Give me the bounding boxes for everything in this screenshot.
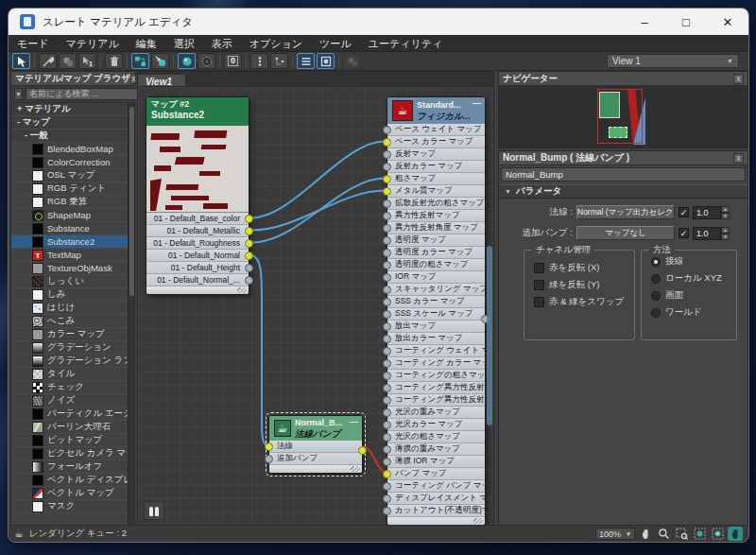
- parameter-editor-toggle-icon[interactable]: [297, 53, 315, 69]
- node-collapse-icon[interactable]: —: [472, 99, 481, 108]
- node-canvas[interactable]: マップ #2 Substance2: [137, 86, 494, 527]
- browser-group-row[interactable]: - 一般: [11, 130, 128, 143]
- node-slot[interactable]: 法線: [269, 441, 362, 453]
- node-slot[interactable]: コーティングの粗さマップ: [387, 370, 485, 382]
- zoom-extents-selected-icon[interactable]: [710, 527, 725, 541]
- socket[interactable]: [383, 163, 391, 171]
- zoom-region-icon[interactable]: [674, 527, 689, 541]
- sample-spheres-icon[interactable]: [59, 53, 77, 69]
- node-slot[interactable]: 01 - Default_Normal_...: [146, 274, 249, 286]
- checkbox-unchecked[interactable]: [534, 263, 544, 273]
- browser-item-row[interactable]: フォールオフ: [11, 460, 128, 474]
- socket-connected[interactable]: [383, 187, 391, 196]
- socket[interactable]: [383, 322, 391, 331]
- node-slot[interactable]: 薄膜 IOR マップ: [387, 456, 485, 468]
- node-collapse-icon[interactable]: —: [350, 418, 358, 426]
- browser-item-row[interactable]: ベクトル マップ: [11, 487, 128, 500]
- layout-children-icon[interactable]: [270, 53, 288, 69]
- zoom-extents-icon[interactable]: [692, 527, 707, 541]
- additional-bump-map-button[interactable]: マップなし: [576, 226, 675, 240]
- socket[interactable]: [383, 433, 391, 442]
- socket-connected[interactable]: [383, 470, 391, 478]
- socket[interactable]: [383, 396, 391, 405]
- additional-bump-amount-spinner[interactable]: 1.0 ▲▼: [693, 227, 730, 240]
- browser-item-row[interactable]: OSL マップ: [11, 169, 128, 182]
- node-slot[interactable]: 01 - Default_Roughness: [146, 237, 249, 250]
- close-button[interactable]: ✕: [707, 9, 748, 35]
- browser-item-row[interactable]: パーティクル エージ: [11, 408, 128, 421]
- menu-item-1[interactable]: マテリアル: [58, 35, 128, 52]
- checkbox-unchecked[interactable]: [534, 280, 544, 290]
- node-physical-material[interactable]: ☕ Standard... フィジカル... — ベース ウェイト マップベース…: [387, 96, 486, 526]
- additional-bump-enable-checkbox[interactable]: ✓: [679, 228, 689, 238]
- material-name-field[interactable]: Normal_Bump: [501, 167, 746, 182]
- menu-item-3[interactable]: 選択: [165, 35, 203, 52]
- node-resize-grip[interactable]: [269, 465, 362, 473]
- browser-item-row[interactable]: TextureObjMask: [11, 262, 128, 275]
- node-substance2-header[interactable]: マップ #2 Substance2: [146, 97, 249, 126]
- radio-button[interactable]: [651, 308, 661, 318]
- node-slot[interactable]: スキャッタリング マップ: [387, 284, 485, 296]
- socket[interactable]: [383, 347, 391, 356]
- node-substance2[interactable]: マップ #2 Substance2: [146, 96, 249, 295]
- navigator-close-icon[interactable]: x: [733, 74, 744, 84]
- checkbox-unchecked[interactable]: [534, 297, 544, 307]
- browser-item-row[interactable]: しみ: [11, 288, 128, 302]
- layout-vertical-icon[interactable]: [250, 53, 268, 69]
- node-slot[interactable]: 01 - Default_Base_color: [146, 213, 249, 225]
- browser-item-row[interactable]: チェック: [11, 381, 128, 394]
- node-slot[interactable]: 反射マップ: [387, 148, 485, 161]
- node-slot[interactable]: ディスプレイスメント マップ: [387, 493, 485, 505]
- node-slot[interactable]: ベース ウェイト マップ: [387, 124, 485, 136]
- browser-item-row[interactable]: RGB ティント: [11, 182, 128, 196]
- maximize-button[interactable]: □: [665, 9, 707, 35]
- node-slot[interactable]: コーティング ウェイト マップ: [387, 345, 485, 357]
- socket-connected[interactable]: [383, 138, 391, 147]
- node-slot[interactable]: 反射カラー マップ: [387, 161, 485, 173]
- socket[interactable]: [383, 261, 391, 269]
- socket[interactable]: [265, 455, 273, 463]
- browser-item-row[interactable]: しっくい: [11, 275, 128, 288]
- node-slot[interactable]: 01 - Default_Metallic: [146, 225, 249, 237]
- node-slot[interactable]: 異方性反射マップ: [387, 210, 485, 222]
- node-resize-grip[interactable]: [146, 286, 249, 294]
- search-options-icon[interactable]: ▼: [14, 88, 23, 100]
- node-physical-header[interactable]: ☕ Standard... フィジカル... —: [387, 97, 485, 124]
- socket-connected[interactable]: [245, 215, 253, 223]
- node-slot[interactable]: カットアウト(不透明度)マップ: [387, 505, 485, 517]
- node-slot[interactable]: ベース カラー マップ: [387, 136, 485, 148]
- minimize-button[interactable]: –: [624, 9, 665, 35]
- pick-material-icon[interactable]: 1: [78, 53, 96, 69]
- browser-item-row[interactable]: Substance: [11, 222, 128, 235]
- node-slot[interactable]: 光沢の重みマップ: [387, 407, 485, 419]
- browser-item-row[interactable]: はじけ: [11, 302, 128, 315]
- browser-item-row[interactable]: ノイズ: [11, 394, 128, 408]
- normal-amount-spinner[interactable]: 1.0 ▲▼: [693, 206, 730, 219]
- socket[interactable]: [383, 359, 391, 368]
- node-slot[interactable]: 追加バンプ: [269, 453, 362, 465]
- socket-connected[interactable]: [245, 227, 253, 235]
- show-shaded-material-icon[interactable]: [178, 53, 196, 69]
- node-slot[interactable]: 光沢カラー マップ: [387, 419, 485, 431]
- node-layout-icon[interactable]: [131, 53, 149, 69]
- socket[interactable]: [383, 421, 391, 429]
- node-slot[interactable]: コーティング カラー マップ: [387, 357, 485, 370]
- socket[interactable]: [383, 199, 391, 208]
- browser-group-row[interactable]: - マップ: [11, 116, 128, 130]
- menu-item-2[interactable]: 編集: [128, 35, 165, 52]
- view-selector-dropdown[interactable]: View 1 ▼: [607, 54, 739, 68]
- browser-close-icon[interactable]: x: [130, 74, 137, 84]
- node-slot[interactable]: バンプ マップ: [387, 468, 485, 480]
- spinner-down-icon[interactable]: ▼: [721, 234, 730, 240]
- browser-item-row[interactable]: ColorCorrection: [11, 156, 128, 169]
- node-slot[interactable]: 透明度 カラー マップ: [387, 247, 485, 259]
- spinner-up-icon[interactable]: ▲: [721, 206, 730, 213]
- menu-item-4[interactable]: 表示: [203, 35, 241, 52]
- spinner-down-icon[interactable]: ▼: [721, 213, 730, 219]
- node-slot[interactable]: コーティング異方性反射マ...: [387, 382, 485, 394]
- socket-connected[interactable]: [383, 175, 391, 183]
- node-slot[interactable]: SSS スケール マップ: [387, 308, 485, 321]
- socket[interactable]: [383, 384, 391, 392]
- socket[interactable]: [383, 507, 391, 515]
- node-slot[interactable]: メタル質マップ: [387, 185, 485, 198]
